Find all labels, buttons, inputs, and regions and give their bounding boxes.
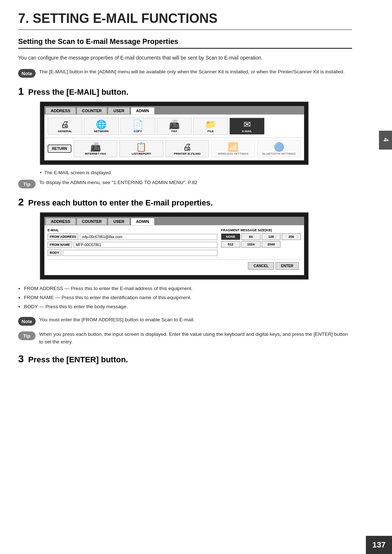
file-label: FILE [208, 130, 214, 133]
step2-header: 2 Press each button to enter the E-mail … [18, 196, 352, 208]
email-form-left: E-MAIL FROM ADDRESS mfp-00c67861@ifax.co… [48, 228, 217, 257]
body-row: BODY [48, 249, 217, 256]
list-report-icon: 📋 [136, 143, 147, 151]
frag-64[interactable]: 64 [241, 233, 261, 240]
tab2-counter[interactable]: COUNTER [77, 218, 107, 225]
properties-list: FROM ADDRESS — Press this to enter the E… [24, 285, 352, 311]
screen1-note: • The E-MAIL screen is displayed. [40, 170, 352, 175]
enter-button[interactable]: ENTER [275, 262, 299, 270]
fax-icon: 📠 [169, 120, 180, 129]
note2-badge: Note [18, 317, 36, 326]
menu-file[interactable]: 📁 FILE [193, 118, 228, 135]
wireless-icon: 📶 [228, 143, 238, 151]
copy-icon: 📄 [132, 120, 143, 129]
step3-header: 3 Press the [ENTER] button. [18, 353, 352, 365]
fax-label: FAX [171, 130, 177, 133]
note1-badge: Note [18, 69, 36, 78]
email-icon: ✉ [244, 120, 251, 129]
copy-label: COPY [134, 130, 142, 133]
email-label: E-MAIL [242, 130, 252, 133]
frag-row1: NONE 64 128 256 [221, 233, 301, 240]
tip-1: Tip To display the ADMIN menu, see "1.EN… [18, 179, 352, 188]
tab2-admin[interactable]: ADMIN [131, 218, 155, 225]
frag-256[interactable]: 256 [282, 233, 301, 240]
internet-fax-icon: 📠 [90, 143, 101, 151]
from-address-label[interactable]: FROM ADDRESS [48, 233, 78, 240]
body-value [63, 250, 217, 256]
frag-128[interactable]: 128 [262, 233, 281, 240]
note-2: Note You must enter the [FROM ADDRESS] b… [18, 316, 352, 326]
chapter-title: 7. SETTING E-MAIL FUNCTIONS [18, 11, 352, 30]
bluetooth-icon: 🔵 [274, 143, 285, 151]
menu-bluetooth[interactable]: 🔵 Bluetooth SETTINGS [257, 140, 301, 157]
note2-text: You must enter the [FROM ADDRESS] button… [39, 316, 195, 324]
tab-bar-2: ADDRESS COUNTER USER ADMIN [44, 217, 304, 225]
from-address-value: mfp-00c67861@ifax.com [80, 234, 217, 240]
tab2-user[interactable]: USER [108, 218, 130, 225]
step2-label: Press each button to enter the E-mail pr… [28, 198, 213, 207]
menu-list-report[interactable]: 📋 LIST/REPORT [119, 140, 163, 157]
note1-text: The [E-MAIL] button in the [ADMIN] menu … [39, 68, 344, 76]
from-name-value: MFP-00C67861 [74, 242, 218, 248]
chapter-side-tab: 4 [379, 131, 392, 150]
menu-printer-efiling[interactable]: 🖨 PRINTER /E-FILING [166, 140, 209, 157]
tab-user[interactable]: USER [108, 107, 130, 114]
step1-header: 1 Press the [E-MAIL] button. [18, 86, 352, 97]
menu-grid-row2: RETURN 📠 INTERNET FAX 📋 LIST/REPORT 🖨 PR… [44, 138, 304, 160]
menu-network[interactable]: 🌐 NETWORK [84, 118, 119, 135]
tab-admin[interactable]: ADMIN [131, 107, 155, 114]
tab-address[interactable]: ADDRESS [45, 107, 76, 114]
internet-fax-label: INTERNET FAX [85, 152, 106, 155]
section-heading: Setting the Scan to E-mail Message Prope… [18, 37, 352, 49]
menu-grid-row1: 🖨 GENERAL 🌐 NETWORK 📄 COPY 📠 FAX 📁 FILE … [44, 114, 304, 138]
frag-none[interactable]: NONE [221, 233, 240, 240]
note-1: Note The [E-MAIL] button in the [ADMIN] … [18, 68, 352, 78]
intro-text: You can configure the message properties… [18, 54, 352, 62]
file-icon: 📁 [205, 120, 216, 129]
printer-efiling-label: PRINTER /E-FILING [174, 152, 201, 155]
cancel-button[interactable]: CANCEL [248, 262, 274, 270]
general-label: GENERAL [58, 130, 72, 133]
frag-2048[interactable]: 2048 [262, 241, 281, 248]
tip2-badge: Tip [18, 331, 36, 340]
body-desc: BODY — Press this to enter the body mess… [24, 303, 352, 311]
tab-counter[interactable]: COUNTER [77, 107, 107, 114]
tip2-text: When you press each button, the input sc… [39, 331, 352, 346]
email-title: E-MAIL [48, 228, 217, 232]
tip1-badge: Tip [18, 180, 36, 188]
menu-email[interactable]: ✉ E-MAIL [229, 118, 264, 135]
page-number: 137 [366, 536, 392, 554]
bluetooth-label: Bluetooth SETTINGS [262, 152, 296, 155]
fragment-size-section: FRAGMENT MESSAGE SIZE(KB) NONE 64 128 25… [221, 228, 301, 257]
tip1-text: To display the ADMIN menu, see "1.ENTERI… [39, 179, 197, 187]
email-form-area: E-MAIL FROM ADDRESS mfp-00c67861@ifax.co… [44, 225, 304, 275]
body-label[interactable]: BODY [48, 249, 61, 256]
frag-1024[interactable]: 1024 [241, 241, 261, 248]
action-buttons: CANCEL ENTER [48, 260, 301, 272]
from-name-desc: FROM NAME — Press this to enter the iden… [24, 294, 352, 302]
tab-bar-1: ADDRESS COUNTER USER ADMIN [44, 106, 304, 114]
step3-number: 3 [18, 353, 24, 364]
menu-wireless[interactable]: 📶 WIRELESS SETTINGS [211, 140, 255, 157]
tip-2: Tip When you press each button, the inpu… [18, 331, 352, 346]
from-address-desc: FROM ADDRESS — Press this to enter the E… [24, 285, 352, 293]
menu-fax[interactable]: 📠 FAX [157, 118, 192, 135]
admin-screen-mockup: ADDRESS COUNTER USER ADMIN 🖨 GENERAL 🌐 N… [40, 102, 309, 165]
list-report-label: LIST/REPORT [132, 152, 151, 155]
menu-general[interactable]: 🖨 GENERAL [48, 118, 82, 135]
from-name-row: FROM NAME MFP-00C67861 [48, 241, 217, 248]
step1-label: Press the [E-MAIL] button. [28, 87, 128, 97]
return-button[interactable]: RETURN [48, 144, 72, 153]
network-label: NETWORK [94, 130, 109, 133]
step3-label: Press the [ENTER] button. [28, 355, 128, 364]
general-icon: 🖨 [61, 120, 69, 129]
from-name-label[interactable]: FROM NAME [48, 241, 72, 248]
menu-copy[interactable]: 📄 COPY [121, 118, 155, 135]
network-icon: 🌐 [96, 120, 107, 129]
menu-internet-fax[interactable]: 📠 INTERNET FAX [74, 140, 117, 157]
printer-efiling-icon: 🖨 [183, 143, 192, 151]
tab2-address[interactable]: ADDRESS [45, 218, 76, 225]
step1-number: 1 [18, 86, 24, 97]
email-props-screen: ADDRESS COUNTER USER ADMIN E-MAIL FROM A… [40, 212, 309, 280]
frag-512[interactable]: 512 [221, 241, 240, 248]
